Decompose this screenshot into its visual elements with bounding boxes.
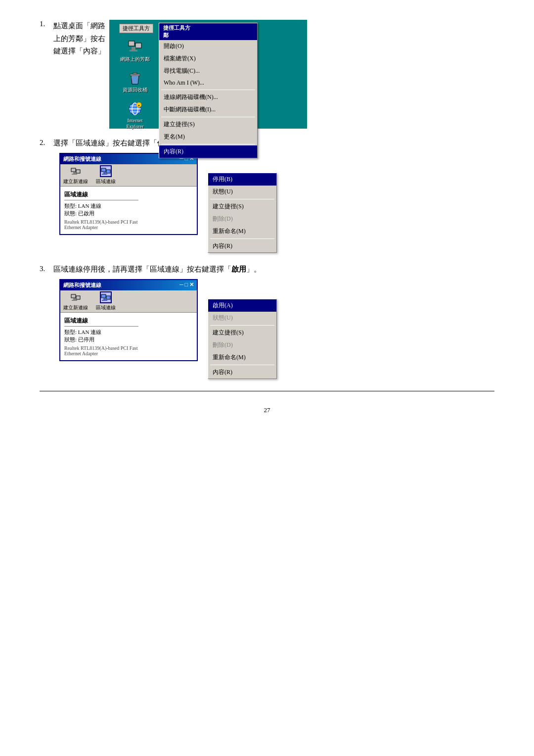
local-conn-label-3: 區域連線 [96, 304, 116, 311]
recycle-icon-img [127, 70, 143, 86]
svg-rect-36 [102, 300, 107, 301]
svg-rect-26 [102, 174, 107, 175]
create-new-conn-btn-3[interactable]: 建立新連線 [63, 291, 88, 311]
svg-rect-3 [132, 47, 135, 50]
net-toolbar-2: 建立新連線 區域連線 [60, 164, 197, 187]
menu-delete-3: 刪除(D) [208, 339, 276, 351]
net-status-3: 狀態: 已停用 [64, 336, 138, 343]
net-type-2: 類型: LAN 連線 [64, 202, 138, 210]
step-2-number: 2. [40, 139, 49, 147]
net-detail-2: 區域連線 類型: LAN 連線 狀態: 已啟用 Realtek RTL8139(… [64, 190, 138, 230]
net-window-2: 網路和撥號連線 ─ □ ✕ [59, 153, 198, 235]
svg-rect-33 [106, 296, 110, 299]
create-new-label-3: 建立新連線 [63, 304, 88, 311]
menu-find[interactable]: 尋找電腦(C)... [159, 65, 257, 77]
network-icon: 網路上的芳鄰 [119, 40, 151, 62]
menu-map-drive[interactable]: 連線網路磁碟機(N)... [159, 91, 257, 103]
local-conn-icon-3 [100, 291, 112, 303]
step-3-container: 3. 區域連線停用後，請再選擇「區域連線」按右鍵選擇「啟用」。 網路和撥號連線 … [40, 265, 494, 379]
menu-status-3: 狀態(U) [208, 312, 276, 324]
step-2-container: 2. 選擇「區域連線」按右鍵選擇「停用」。 網路和撥號連線 ─ □ ✕ [40, 139, 494, 253]
menu-props-2[interactable]: 內容(R) [208, 240, 276, 252]
sep-conn-3 [210, 325, 274, 326]
menu-whoami[interactable]: Who Am I (W)... [159, 77, 257, 89]
menu-rename-3[interactable]: 重新命名(M) [208, 351, 276, 364]
conn-context-menu-3: 啟用(A) 狀態(U) 建立捷徑(S) 刪除(D) 重新命名(M) 內容(R) [208, 299, 277, 379]
svg-rect-6 [133, 73, 137, 74]
step-2-visual: 網路和撥號連線 ─ □ ✕ [59, 153, 494, 253]
create-new-label: 建立新連線 [63, 178, 88, 185]
ie-icon-img: e [127, 101, 143, 117]
svg-rect-0 [129, 41, 134, 46]
recycle-icon: 資源回收桶 [119, 70, 151, 93]
separator-1 [161, 90, 255, 90]
menu-delete-2: 刪除(D) [208, 213, 276, 225]
svg-rect-28 [76, 296, 80, 299]
step-1-description: 點選桌面「網路上的芳鄰」按右鍵選擇「內容」 [53, 20, 105, 58]
net-detail-3: 區域連線 類型: LAN 連線 狀態: 已停用 Realtek RTL8139(… [64, 317, 138, 356]
svg-rect-5 [130, 74, 140, 76]
step-1-container: 1. 點選桌面「網路上的芳鄰」按右鍵選擇「內容」 捷徑工具方 [40, 20, 494, 129]
local-conn-label: 區域連線 [96, 178, 116, 185]
net-type-3: 類型: LAN 連線 [64, 329, 138, 336]
network-icon-img [127, 40, 143, 55]
ie-icon-label: InternetExplorer [127, 118, 144, 130]
svg-rect-4 [130, 50, 137, 51]
svg-rect-18 [76, 170, 80, 173]
menu-shortcut-2[interactable]: 建立捷徑(S) [208, 200, 276, 213]
step-3-header: 3. 區域連線停用後，請再選擇「區域連線」按右鍵選擇「啟用」。 [40, 265, 494, 274]
step-1-number: 1. [40, 20, 49, 28]
sep-conn-2b [210, 238, 274, 239]
network-icon-label: 網路上的芳鄰 [120, 56, 150, 62]
menu-status-2[interactable]: 狀態(U) [208, 186, 276, 198]
local-conn-btn[interactable]: 區域連線 [96, 165, 116, 185]
step-3-description: 區域連線停用後，請再選擇「區域連線」按右鍵選擇「啟用」。 [53, 265, 261, 274]
separator-2 [161, 117, 255, 117]
menu-props-3[interactable]: 內容(R) [208, 366, 276, 378]
net-detail-title-3: 區域連線 [64, 317, 138, 327]
net-toolbar-3: 建立新連線 區域連線 [60, 290, 197, 313]
taskbar-hint: 捷徑工具方 [119, 24, 153, 33]
menu-shortcut-3[interactable]: 建立捷徑(S) [208, 327, 276, 339]
svg-rect-25 [103, 172, 106, 174]
menu-disconnect-drive[interactable]: 中斷網路磁碟機(I)... [159, 103, 257, 116]
svg-rect-22 [101, 168, 106, 172]
svg-rect-23 [106, 170, 110, 173]
conn-context-menu-2: 停用(B) 狀態(U) 建立捷徑(S) 刪除(D) 重新命名(M) 內容(R) [208, 173, 277, 253]
local-conn-icon [100, 165, 112, 177]
net-adapter-2: Realtek RTL8139(A)-based PCI FastEtherne… [64, 219, 138, 230]
net-window-title-text-3: 網路和撥號連線 [63, 282, 101, 289]
net-window-controls-3: ─ □ ✕ [179, 282, 194, 289]
menu-rename-2[interactable]: 重新命名(M) [208, 225, 276, 237]
step-3-number: 3. [40, 265, 49, 273]
recycle-icon-label: 資源回收桶 [123, 87, 147, 93]
menu-properties[interactable]: 內容(R) [159, 145, 257, 158]
page-divider [40, 391, 494, 391]
net-window-title-text-2: 網路和撥號連線 [63, 155, 101, 163]
menu-explorer[interactable]: 檔案總管(X) [159, 52, 257, 65]
net-adapter-3: Realtek RTL8139(A)-based PCI FastEtherne… [64, 345, 138, 356]
net-window-3: 網路和撥號連線 ─ □ ✕ [59, 279, 198, 361]
menu-enable[interactable]: 啟用(A) [208, 299, 276, 312]
svg-rect-21 [72, 174, 77, 175]
menu-shortcut[interactable]: 建立捷徑(S) [159, 118, 257, 131]
svg-rect-30 [73, 298, 76, 300]
sep-conn-2 [210, 199, 274, 199]
net-window-title-3: 網路和撥號連線 ─ □ ✕ [60, 280, 197, 290]
menu-rename[interactable]: 更名(M) [159, 131, 257, 143]
net-body-3: 區域連線 類型: LAN 連線 狀態: 已停用 Realtek RTL8139(… [60, 313, 197, 360]
menu-open[interactable]: 開啟(O) [159, 40, 257, 52]
step-3-visual: 網路和撥號連線 ─ □ ✕ [59, 279, 494, 379]
svg-rect-27 [71, 294, 76, 298]
context-menu-header: 捷徑工具方鄰 [159, 23, 257, 40]
menu-disable[interactable]: 停用(B) [208, 173, 276, 186]
step-1-visual: 捷徑工具方 [109, 20, 494, 129]
svg-rect-35 [103, 298, 106, 300]
net-detail-title-2: 區域連線 [64, 190, 138, 200]
create-new-conn-btn[interactable]: 建立新連線 [63, 165, 88, 185]
svg-text:e: e [138, 103, 139, 107]
svg-rect-1 [135, 43, 141, 48]
separator-3 [161, 144, 255, 144]
svg-rect-31 [72, 300, 77, 301]
local-conn-btn-3[interactable]: 區域連線 [96, 291, 116, 311]
